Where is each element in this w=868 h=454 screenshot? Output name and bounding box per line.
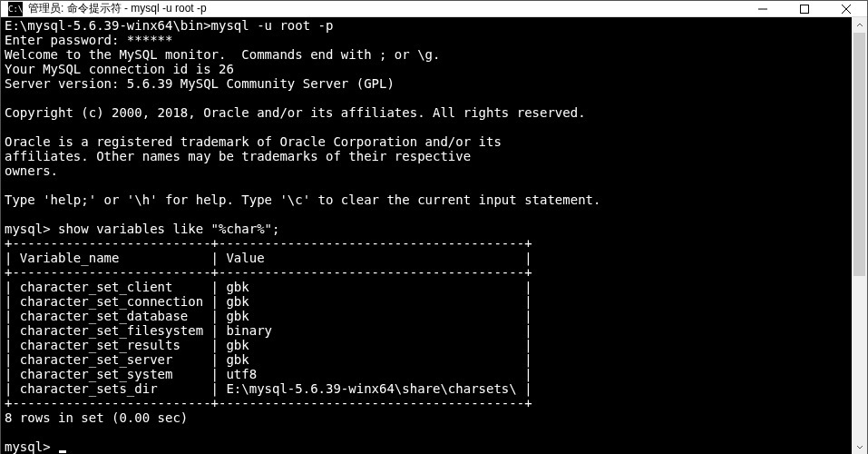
chevron-up-icon bbox=[856, 22, 863, 29]
table-header: | Variable_name | Value | bbox=[5, 251, 532, 265]
prompt-path: E:\mysql-5.6.39-winx64\bin> bbox=[5, 18, 211, 33]
sql-query: show variables like "%char%"; bbox=[58, 222, 279, 236]
mysql-prompt: mysql> bbox=[5, 439, 58, 454]
table-row: | character_set_client | gbk | bbox=[5, 280, 532, 294]
table-row: | character_set_connection | gbk | bbox=[5, 294, 532, 309]
table-row: | character_set_server | gbk | bbox=[5, 352, 532, 367]
table-row: | character_set_system | utf8 | bbox=[5, 367, 532, 381]
password-label: Enter password: bbox=[5, 33, 127, 47]
terminal-area: E:\mysql-5.6.39-winx64\bin>mysql -u root… bbox=[1, 17, 867, 454]
svg-rect-1 bbox=[801, 5, 809, 13]
titlebar[interactable]: C:\ 管理员: 命令提示符 - mysql -u root -p bbox=[1, 1, 867, 17]
close-icon bbox=[842, 5, 851, 14]
table-row: | character_set_filesystem | binary | bbox=[5, 323, 532, 338]
scroll-up-button[interactable] bbox=[852, 17, 867, 33]
table-row: | character_set_results | gbk | bbox=[5, 338, 532, 352]
trademark-text: owners. bbox=[5, 163, 58, 178]
trademark-text: Oracle is a registered trademark of Orac… bbox=[5, 134, 502, 149]
window-controls bbox=[742, 1, 867, 16]
table-border: +--------------------------+------------… bbox=[5, 396, 532, 410]
password-mask: ****** bbox=[127, 33, 173, 47]
mysql-prompt: mysql> bbox=[5, 222, 58, 236]
connection-id-text: Your MySQL connection id is 26 bbox=[5, 62, 234, 76]
welcome-text: Welcome to the MySQL monitor. Commands e… bbox=[5, 47, 440, 62]
copyright-text: Copyright (c) 2000, 2018, Oracle and/or … bbox=[5, 105, 586, 120]
terminal[interactable]: E:\mysql-5.6.39-winx64\bin>mysql -u root… bbox=[1, 17, 852, 454]
minimize-button[interactable] bbox=[742, 1, 784, 16]
table-row: | character_set_database | gbk | bbox=[5, 309, 532, 323]
trademark-text: affiliates. Other names may be trademark… bbox=[5, 149, 471, 163]
cursor bbox=[59, 450, 66, 453]
server-version-text: Server version: 5.6.39 MySQL Community S… bbox=[5, 76, 395, 91]
vertical-scrollbar[interactable] bbox=[852, 17, 867, 454]
table-border: +--------------------------+------------… bbox=[5, 265, 532, 280]
result-summary: 8 rows in set (0.00 sec) bbox=[5, 410, 188, 425]
app-icon: C:\ bbox=[8, 2, 23, 16]
help-text: Type 'help;' or '\h' for help. Type '\c'… bbox=[5, 192, 600, 207]
close-button[interactable] bbox=[825, 1, 867, 16]
maximize-icon bbox=[800, 5, 809, 14]
maximize-button[interactable] bbox=[784, 1, 825, 16]
table-border: +--------------------------+------------… bbox=[5, 236, 532, 251]
command-prompt-window: C:\ 管理员: 命令提示符 - mysql -u root -p E:\mys… bbox=[0, 0, 868, 454]
window-title: 管理员: 命令提示符 - mysql -u root -p bbox=[28, 1, 742, 16]
command-text: mysql -u root -p bbox=[211, 18, 334, 33]
scroll-down-button[interactable] bbox=[852, 439, 867, 454]
scroll-thumb[interactable] bbox=[853, 33, 865, 276]
chevron-down-icon bbox=[856, 443, 863, 450]
scroll-track[interactable] bbox=[852, 33, 867, 439]
table-row: | character_sets_dir | E:\mysql-5.6.39-w… bbox=[5, 381, 532, 396]
minimize-icon bbox=[758, 5, 767, 14]
